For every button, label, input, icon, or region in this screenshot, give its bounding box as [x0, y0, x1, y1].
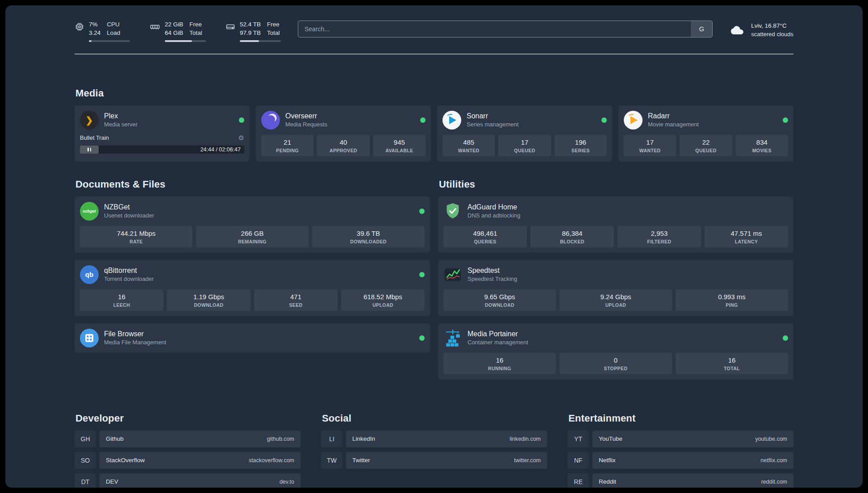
bookmark-linkedin[interactable]: LI LinkedIn linkedin.com — [321, 430, 547, 447]
bookmark-name: Github — [106, 435, 124, 442]
radarr-icon — [624, 111, 643, 130]
stat-value: 2,953 — [619, 230, 699, 237]
stat-value: 16 — [82, 293, 162, 301]
service-card-overseerr: Overseerr Media Requests 21 PENDING 40 A… — [256, 105, 431, 162]
service-card-portainer: Media Portainer Container management 16 … — [438, 323, 793, 380]
bookmark-url: youtube.com — [755, 436, 787, 442]
dashboard-root: 7% 3.24 CPU Load — [5, 5, 863, 488]
stat-value: 16 — [445, 356, 554, 364]
bookmark-url: dev.to — [280, 479, 294, 485]
stat-label: WANTED — [626, 148, 674, 153]
service-subtitle: Movie management — [648, 121, 699, 128]
stat-tile: 17 QUEUED — [498, 135, 551, 156]
bookmark-name: YouTube — [599, 435, 622, 442]
stat-tile: 16 RUNNING — [443, 353, 556, 374]
stat-value: 9.65 Gbps — [445, 293, 554, 301]
cpu-widget: 7% 3.24 CPU Load — [75, 21, 130, 42]
filebrowser-icon — [80, 329, 99, 347]
stat-label: RATE — [82, 239, 191, 244]
bookmark-abbr: DT — [75, 473, 96, 488]
resource-widgets: 7% 3.24 CPU Load — [75, 21, 281, 42]
status-dot — [420, 117, 426, 123]
stat-label: REMAINING — [198, 239, 307, 244]
service-name: Plex — [104, 112, 138, 120]
bookmark-reddit[interactable]: RE Reddit reddit.com — [568, 473, 793, 488]
cpu-percent: 7% — [89, 21, 100, 29]
stat-label: SERIES — [556, 148, 605, 153]
stat-label: PING — [677, 302, 786, 308]
service-link-speedtest[interactable]: Speedtest Speedtest Tracking — [443, 265, 788, 284]
stat-label: PENDING — [263, 148, 312, 153]
section-utilities: Utilities AdGuard Home — [438, 179, 793, 380]
service-link-qbittorrent[interactable]: qb qBittorrent Torrent downloader — [80, 265, 425, 284]
service-link-adguard[interactable]: AdGuard Home DNS and adblocking — [443, 202, 788, 221]
gear-icon[interactable]: ⚙ — [238, 134, 244, 142]
stat-label: DOWNLOAD — [169, 302, 249, 308]
bookmark-twitter[interactable]: TW Twitter twitter.com — [321, 452, 547, 469]
service-name: Media Portainer — [467, 330, 528, 338]
stat-value: 86,384 — [532, 230, 612, 237]
adguard-icon — [443, 202, 462, 221]
stat-tile: 498,461 QUERIES — [443, 226, 527, 247]
stat-tile: 744.21 Mbps RATE — [80, 226, 192, 247]
bookmark-abbr: NF — [568, 452, 589, 469]
nzbget-icon: nzbget — [80, 202, 99, 221]
stat-value: 266 GB — [198, 230, 307, 237]
bookmark-url: linkedin.com — [510, 436, 541, 442]
bookmark-abbr: RE — [568, 473, 589, 488]
bookmark-github[interactable]: GH Github github.com — [75, 430, 300, 447]
stat-label: UPLOAD — [561, 302, 670, 308]
stat-label: QUERIES — [445, 239, 525, 244]
cpu-label: CPU — [107, 21, 120, 29]
service-name: Sonarr — [467, 112, 518, 120]
service-link-sonarr[interactable]: Sonarr Series management — [442, 111, 607, 130]
service-link-overseerr[interactable]: Overseerr Media Requests — [261, 111, 426, 130]
bookmark-youtube[interactable]: YT YouTube youtube.com — [568, 430, 793, 447]
disk-progress-fill — [240, 40, 259, 42]
stat-label: MOVIES — [738, 148, 786, 153]
memory-progress-fill — [165, 40, 192, 42]
bookmark-stackoverflow[interactable]: SO StackOverflow stackoverflow.com — [75, 452, 300, 469]
qbittorrent-icon: qb — [80, 265, 99, 284]
service-name: Speedtest — [467, 267, 517, 275]
stat-label: DOWNLOAD — [445, 302, 554, 308]
service-subtitle: Media File Management — [104, 339, 166, 346]
service-card-sonarr: Sonarr Series management 485 WANTED 17 Q… — [437, 105, 612, 162]
stat-label: FILTERED — [619, 239, 699, 244]
section-title-documents: Documents & Files — [75, 179, 430, 190]
status-dot — [601, 117, 607, 123]
weather-location: Lviv, 16.87°C — [751, 21, 793, 30]
bookmark-name: DEV — [106, 478, 118, 485]
search-provider-button[interactable]: G — [691, 21, 712, 37]
bookmark-netflix[interactable]: NF Netflix netflix.com — [568, 452, 793, 469]
service-link-filebrowser[interactable]: File Browser Media File Management — [80, 329, 425, 347]
status-dot — [419, 209, 425, 214]
service-link-radarr[interactable]: Radarr Movie management — [624, 111, 788, 130]
stat-tile: 21 PENDING — [261, 135, 313, 156]
bookmark-group-entertainment: Entertainment YT YouTube youtube.com NF … — [568, 413, 793, 488]
stat-label: QUEUED — [681, 148, 730, 153]
service-link-nzbget[interactable]: nzbget NZBGet Usenet downloader — [80, 202, 425, 221]
service-link-plex[interactable]: ❯ Plex Media server — [80, 111, 244, 130]
stat-value: 21 — [263, 138, 312, 146]
stat-value: 485 — [444, 138, 493, 146]
search-input[interactable] — [298, 21, 691, 37]
playback-time: 24:44 / 02:06:47 — [200, 146, 244, 153]
stat-tile: 39.6 TB DOWNLOADED — [312, 226, 425, 247]
bookmark-name: LinkedIn — [352, 435, 375, 442]
bookmark-url: twitter.com — [514, 457, 541, 464]
stat-value: 945 — [375, 138, 424, 146]
playback-progress-bar: 24:44 / 02:06:47 — [80, 146, 244, 154]
pause-icon — [80, 146, 99, 154]
stat-tile: 40 APPROVED — [317, 135, 369, 156]
disk-total-label: Total — [267, 29, 280, 38]
bookmark-dev[interactable]: DT DEV dev.to — [75, 473, 300, 488]
service-subtitle: Speedtest Tracking — [467, 276, 517, 282]
stat-value: 1.19 Gbps — [169, 293, 249, 301]
weather-widget: Lviv, 16.87°C scattered clouds — [730, 21, 793, 38]
stat-label: UPLOAD — [343, 302, 423, 308]
stat-value: 744.21 Mbps — [82, 230, 191, 237]
service-card-speedtest: Speedtest Speedtest Tracking 9.65 Gbps D… — [438, 260, 793, 316]
service-link-portainer[interactable]: Media Portainer Container management — [443, 329, 788, 347]
stat-tile: 1.19 Gbps DOWNLOAD — [167, 289, 250, 311]
